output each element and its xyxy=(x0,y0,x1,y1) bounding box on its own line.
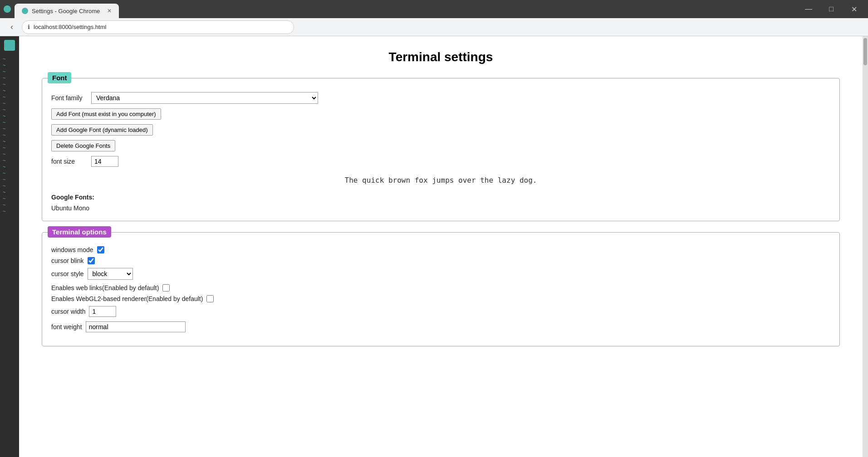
tab-close-icon[interactable]: ✕ xyxy=(107,8,112,14)
delete-google-fonts-row: Delete Google Fonts xyxy=(51,140,830,151)
tab-favicon xyxy=(4,5,11,13)
sidebar-tilde-10: ~ xyxy=(3,113,5,119)
scrollbar-thumb[interactable] xyxy=(863,38,867,65)
add-font-button[interactable]: Add Font (must exist in you computer) xyxy=(51,108,161,120)
sidebar-tilde-3: ~ xyxy=(3,69,5,74)
sidebar-tilde-5: ~ xyxy=(3,82,5,87)
sidebar-tilde-2: ~ xyxy=(3,63,5,68)
font-preview: The quick brown fox jumps over the lazy … xyxy=(51,176,830,185)
google-font-item: Ubuntu Mono xyxy=(51,204,830,212)
sidebar-tilde-17: ~ xyxy=(3,158,5,163)
font-size-row: font size xyxy=(51,156,830,167)
sidebar-tilde-14: ~ xyxy=(3,139,5,144)
font-weight-row: font weight xyxy=(51,321,830,332)
google-fonts-label: Google Fonts: xyxy=(51,194,830,201)
sidebar-tilde-21: ~ xyxy=(3,183,5,189)
scrollbar[interactable] xyxy=(863,36,868,457)
webgl-label: Enables WebGL2-based renderer(Enabled by… xyxy=(51,295,203,302)
sidebar-tilde-19: ~ xyxy=(3,170,5,176)
font-section: Font Font family Verdana Arial Courier N… xyxy=(42,78,840,221)
back-button[interactable]: ‹ xyxy=(5,21,18,34)
sidebar-lines: ~ ~ ~ ~ ~ ~ ~ ~ ~ ~ ~ ~ ~ ~ ~ ~ ~ ~ ~ ~ xyxy=(0,54,19,216)
sidebar-tilde-11: ~ xyxy=(3,120,5,125)
font-size-input[interactable] xyxy=(91,156,118,167)
tab-favicon-inner xyxy=(22,8,28,14)
font-section-legend: Font xyxy=(48,72,71,83)
tab-title: Settings - Google Chrome xyxy=(32,8,100,15)
url-bar[interactable]: ℹ localhost:8000/settings.html xyxy=(22,20,294,34)
web-links-checkbox[interactable] xyxy=(162,284,170,292)
add-font-row: Add Font (must exist in you computer) xyxy=(51,108,830,120)
cursor-width-row: cursor width xyxy=(51,306,830,317)
window-controls: — □ ✕ xyxy=(798,0,864,18)
sidebar-tilde-4: ~ xyxy=(3,75,5,81)
terminal-options-legend: Terminal options xyxy=(48,226,111,238)
font-family-row: Font family Verdana Arial Courier New Ub… xyxy=(51,92,830,104)
web-links-row: Enables web links(Enabled by default) xyxy=(51,284,830,292)
sidebar-tilde-7: ~ xyxy=(3,94,5,100)
windows-mode-label: windows mode xyxy=(51,246,93,253)
editor-sidebar: ~ ~ ~ ~ ~ ~ ~ ~ ~ ~ ~ ~ ~ ~ ~ ~ ~ ~ ~ ~ xyxy=(0,36,19,457)
sidebar-tilde-1: ~ xyxy=(3,56,5,62)
webgl-row: Enables WebGL2-based renderer(Enabled by… xyxy=(51,295,830,302)
cursor-style-select[interactable]: block underline bar xyxy=(88,268,133,280)
sidebar-tilde-13: ~ xyxy=(3,132,5,138)
font-family-label: Font family xyxy=(51,94,88,102)
sidebar-tilde-6: ~ xyxy=(3,88,5,93)
sidebar-tilde-9: ~ xyxy=(3,107,5,112)
sidebar-tilde-23: ~ xyxy=(3,196,5,201)
font-size-label: font size xyxy=(51,158,88,165)
url-security-icon: ℹ xyxy=(28,24,30,30)
minimize-button[interactable]: — xyxy=(798,2,819,16)
sidebar-tilde-24: ~ xyxy=(3,202,5,208)
close-button[interactable]: ✕ xyxy=(843,2,864,16)
title-bar: Settings - Google Chrome ✕ — □ ✕ xyxy=(0,0,868,18)
sidebar-logo xyxy=(4,40,15,51)
cursor-width-label: cursor width xyxy=(51,308,85,315)
maximize-button[interactable]: □ xyxy=(821,2,842,16)
cursor-style-label: cursor style xyxy=(51,270,84,277)
webgl-checkbox[interactable] xyxy=(206,295,214,302)
cursor-blink-row: cursor blink xyxy=(51,257,830,264)
sidebar-tilde-16: ~ xyxy=(3,151,5,157)
url-text: localhost:8000/settings.html xyxy=(34,24,106,30)
font-weight-input[interactable] xyxy=(86,321,186,332)
add-google-font-button[interactable]: Add Google Font (dynamic loaded) xyxy=(51,124,153,136)
windows-mode-row: windows mode xyxy=(51,246,830,253)
sidebar-tilde-22: ~ xyxy=(3,190,5,195)
add-google-font-row: Add Google Font (dynamic loaded) xyxy=(51,124,830,136)
delete-google-fonts-button[interactable]: Delete Google Fonts xyxy=(51,140,115,151)
sidebar-tilde-8: ~ xyxy=(3,101,5,106)
font-family-select[interactable]: Verdana Arial Courier New Ubuntu Mono Mo… xyxy=(91,92,318,104)
sidebar-tilde-15: ~ xyxy=(3,145,5,151)
address-bar: ‹ ℹ localhost:8000/settings.html xyxy=(0,18,868,36)
cursor-style-row: cursor style block underline bar xyxy=(51,268,830,280)
cursor-blink-checkbox[interactable] xyxy=(88,257,95,264)
sidebar-tilde-12: ~ xyxy=(3,126,5,131)
web-links-label: Enables web links(Enabled by default) xyxy=(51,284,159,292)
font-weight-label: font weight xyxy=(51,323,82,331)
page-content: Terminal settings Font Font family Verda… xyxy=(19,36,863,457)
windows-mode-checkbox[interactable] xyxy=(97,246,104,253)
sidebar-tilde-20: ~ xyxy=(3,177,5,182)
page-title: Terminal settings xyxy=(42,50,840,64)
google-fonts-section: Google Fonts: Ubuntu Mono xyxy=(51,194,830,212)
browser-tab[interactable]: Settings - Google Chrome ✕ xyxy=(15,4,119,18)
cursor-width-input[interactable] xyxy=(89,306,116,317)
cursor-blink-label: cursor blink xyxy=(51,257,84,264)
terminal-options-section: Terminal options windows mode cursor bli… xyxy=(42,232,840,346)
sidebar-tilde-18: ~ xyxy=(3,164,5,170)
sidebar-tilde-25: ~ xyxy=(3,209,5,214)
